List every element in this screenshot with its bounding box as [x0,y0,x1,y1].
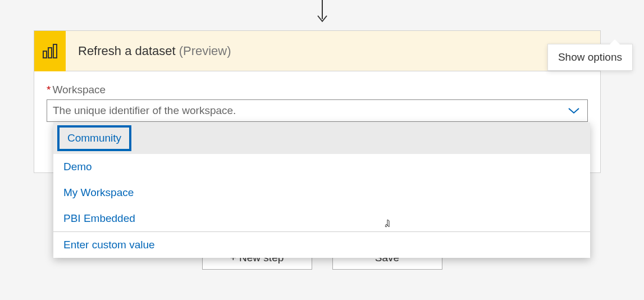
dropdown-item-custom-value[interactable]: Enter custom value [53,232,590,258]
dropdown-item-demo[interactable]: Demo [53,154,590,180]
svg-rect-1 [43,51,47,58]
flow-arrow-down-icon [316,0,329,25]
card-header: Refresh a dataset (Preview) [34,31,600,71]
card-title-suffix: (Preview) [179,44,231,58]
workspace-label-text: Workspace [52,84,106,96]
show-options-tooltip: Show options [547,44,633,71]
card-title-wrap: Refresh a dataset (Preview) [66,31,565,71]
powerbi-icon [34,31,66,71]
tooltip-text: Show options [558,51,622,63]
required-indicator: * [47,84,51,96]
card-title: Refresh a dataset [78,44,176,58]
svg-rect-2 [48,48,52,58]
cursor-icon [385,219,392,231]
workspace-placeholder: The unique identifier of the workspace. [53,104,566,117]
chevron-down-icon [566,107,582,115]
workspace-dropdown: Community Demo My Workspace PBI Embedded… [53,122,590,258]
workspace-field-label: *Workspace [47,84,588,96]
svg-rect-3 [53,44,57,58]
dropdown-row-highlighted: Community [53,122,590,154]
dropdown-item-my-workspace[interactable]: My Workspace [53,180,590,206]
dropdown-item-pbi-embedded[interactable]: PBI Embedded [53,206,590,231]
dropdown-item-community[interactable]: Community [57,125,131,151]
workspace-select[interactable]: The unique identifier of the workspace. [47,99,588,122]
